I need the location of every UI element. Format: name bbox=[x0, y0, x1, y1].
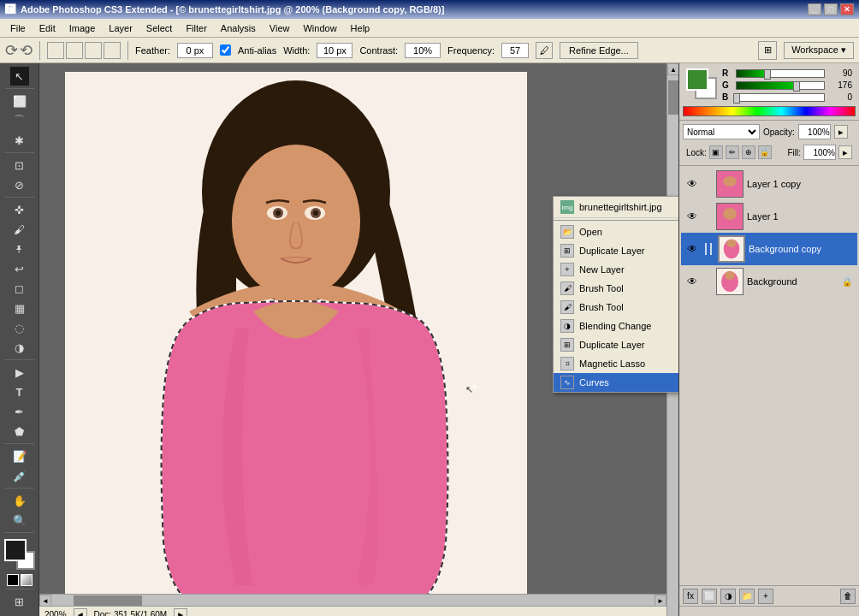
stylus-btn[interactable]: 🖊 bbox=[536, 42, 553, 59]
menu-filter[interactable]: Filter bbox=[179, 21, 213, 35]
b-channel-thumb[interactable] bbox=[733, 93, 740, 104]
lock-position-btn[interactable]: ⊕ bbox=[742, 145, 755, 159]
close-btn[interactable]: ✕ bbox=[840, 3, 854, 15]
layer-row-bg-copy[interactable]: 👁 Background copy bbox=[681, 233, 857, 265]
layer-eye-bg-copy[interactable]: 👁 bbox=[685, 242, 699, 256]
ctx-new-layer[interactable]: + New Layer bbox=[554, 260, 679, 279]
anti-alias-checkbox[interactable] bbox=[220, 44, 231, 56]
refine-edge-btn[interactable]: Refine Edge... bbox=[560, 42, 638, 59]
menu-view[interactable]: View bbox=[263, 21, 297, 35]
ctx-duplicate-layer-2[interactable]: ⊞ Duplicate Layer bbox=[554, 335, 679, 354]
gradient-tool[interactable]: ▦ bbox=[10, 299, 29, 317]
dodge-tool[interactable]: ◑ bbox=[10, 338, 29, 357]
move-tool[interactable]: ↖ bbox=[10, 67, 29, 86]
lasso-option-1[interactable] bbox=[47, 42, 64, 59]
ctx-open[interactable]: 📂 Open bbox=[554, 222, 679, 241]
layer-group-btn[interactable]: 📁 bbox=[739, 589, 755, 604]
layer-chain-bg[interactable] bbox=[702, 275, 713, 288]
nav-forward-btn[interactable]: ► bbox=[174, 608, 187, 617]
history-brush-tool[interactable]: ↩ bbox=[10, 259, 29, 278]
opacity-input[interactable] bbox=[798, 124, 831, 139]
quick-select-tool[interactable]: ✱ bbox=[10, 131, 29, 150]
lasso-tool[interactable]: ⌒ bbox=[10, 111, 29, 130]
r-channel-thumb[interactable] bbox=[764, 69, 771, 80]
lock-all-btn[interactable]: 🔒 bbox=[758, 145, 772, 159]
frequency-input[interactable] bbox=[501, 43, 529, 58]
menu-window[interactable]: Window bbox=[296, 21, 343, 35]
rectangular-marquee-tool[interactable]: ⬜ bbox=[10, 92, 29, 110]
menu-edit[interactable]: Edit bbox=[33, 21, 62, 35]
type-tool[interactable]: T bbox=[10, 382, 29, 401]
ctx-blending-change[interactable]: ◑ Blending Change bbox=[554, 317, 679, 335]
menu-image[interactable]: Image bbox=[62, 21, 103, 35]
canvas-scrollbar-horizontal[interactable]: ◄ ► bbox=[39, 594, 666, 606]
layer-eye-layer1[interactable]: 👁 bbox=[685, 210, 699, 223]
scroll-thumb-horizontal[interactable] bbox=[74, 595, 142, 606]
menu-file[interactable]: File bbox=[3, 21, 33, 35]
notes-tool[interactable]: 📝 bbox=[10, 447, 29, 465]
g-channel-thumb[interactable] bbox=[793, 81, 800, 92]
blend-mode-select[interactable]: Normal Multiply Screen Overlay bbox=[683, 124, 760, 139]
ctx-duplicate-layer-1[interactable]: ⊞ Duplicate Layer bbox=[554, 241, 679, 260]
canvas-arrange-btn[interactable]: ⊞ bbox=[758, 41, 777, 60]
scroll-left-arrow[interactable]: ◄ bbox=[39, 595, 51, 607]
layer-adj-btn[interactable]: ◑ bbox=[720, 589, 736, 604]
layer-style-btn[interactable]: fx bbox=[683, 589, 698, 604]
ctx-curves[interactable]: ∿ Curves bbox=[554, 373, 679, 392]
minimize-btn[interactable]: _ bbox=[808, 3, 821, 15]
shape-tool[interactable]: ⬟ bbox=[10, 422, 29, 441]
crop-tool[interactable]: ⊡ bbox=[10, 156, 29, 175]
blur-tool[interactable]: ◌ bbox=[10, 318, 29, 337]
layer-chain-layer1[interactable] bbox=[702, 210, 713, 223]
lasso-option-3[interactable] bbox=[85, 42, 102, 59]
r-channel-bar[interactable] bbox=[736, 69, 825, 78]
nav-back-btn[interactable]: ◄ bbox=[74, 608, 87, 617]
layer-chain-layer1-copy[interactable] bbox=[702, 177, 713, 191]
ctx-magnetic-lasso[interactable]: ⌗ Magnetic Lasso bbox=[554, 354, 679, 373]
opacity-arrow-btn[interactable]: ▸ bbox=[834, 125, 848, 139]
maximize-btn[interactable]: □ bbox=[824, 3, 838, 15]
layer-row-layer1[interactable]: 👁 Layer 1 bbox=[681, 200, 857, 233]
ctx-brush-2[interactable]: 🖌 Brush Tool bbox=[554, 298, 679, 317]
g-channel-bar[interactable] bbox=[736, 81, 825, 90]
brush-tool[interactable]: 🖌 bbox=[10, 220, 29, 239]
lock-transparency-btn[interactable]: ▣ bbox=[709, 145, 723, 159]
lasso-option-4[interactable] bbox=[104, 42, 121, 59]
screen-mode[interactable]: ⊞ bbox=[10, 592, 29, 611]
feather-input[interactable] bbox=[177, 43, 213, 58]
width-input[interactable] bbox=[317, 43, 352, 58]
quick-mask-on[interactable] bbox=[21, 574, 33, 586]
lasso-option-2[interactable] bbox=[66, 42, 83, 59]
layer-mask-btn[interactable]: ⬜ bbox=[702, 589, 717, 604]
color-gradient-strip[interactable] bbox=[683, 106, 856, 116]
healing-brush-tool[interactable]: ✜ bbox=[10, 200, 29, 219]
menu-select[interactable]: Select bbox=[139, 21, 180, 35]
layer-row-layer1-copy[interactable]: 👁 Layer 1 copy bbox=[681, 168, 857, 200]
menu-layer[interactable]: Layer bbox=[102, 21, 139, 35]
layer-eye-bg[interactable]: 👁 bbox=[685, 275, 699, 288]
layer-delete-btn[interactable]: 🗑 bbox=[840, 589, 856, 604]
b-channel-bar[interactable] bbox=[736, 93, 825, 102]
layer-eye-layer1-copy[interactable]: 👁 bbox=[685, 177, 699, 191]
fill-input[interactable] bbox=[803, 145, 836, 160]
eraser-tool[interactable]: ◻ bbox=[10, 279, 29, 298]
scroll-up-arrow[interactable]: ▲ bbox=[667, 63, 679, 75]
workspace-btn[interactable]: Workspace ▾ bbox=[784, 42, 854, 59]
quick-mask-off[interactable] bbox=[7, 574, 19, 586]
path-selection-tool[interactable]: ▶ bbox=[10, 363, 29, 382]
scroll-right-arrow[interactable]: ► bbox=[655, 595, 666, 607]
foreground-color-swatch[interactable] bbox=[686, 68, 708, 91]
ctx-brush-1[interactable]: 🖌 Brush Tool bbox=[554, 279, 679, 298]
layer-row-bg[interactable]: 👁 Background 🔒 bbox=[681, 265, 857, 298]
eyedropper-tool[interactable]: 💉 bbox=[10, 466, 29, 485]
fill-arrow-btn[interactable]: ▸ bbox=[838, 145, 852, 159]
clone-stamp-tool[interactable]: 🖈 bbox=[10, 240, 29, 258]
foreground-color[interactable] bbox=[4, 539, 27, 561]
menu-help[interactable]: Help bbox=[344, 21, 377, 35]
pen-tool[interactable]: ✒ bbox=[10, 402, 29, 421]
lock-pixels-btn[interactable]: ✏ bbox=[726, 145, 739, 159]
hand-tool[interactable]: ✋ bbox=[10, 491, 29, 510]
zoom-tool[interactable]: 🔍 bbox=[10, 511, 29, 530]
scroll-thumb-vertical[interactable] bbox=[668, 80, 678, 115]
layer-link-bg-copy[interactable] bbox=[702, 243, 714, 255]
